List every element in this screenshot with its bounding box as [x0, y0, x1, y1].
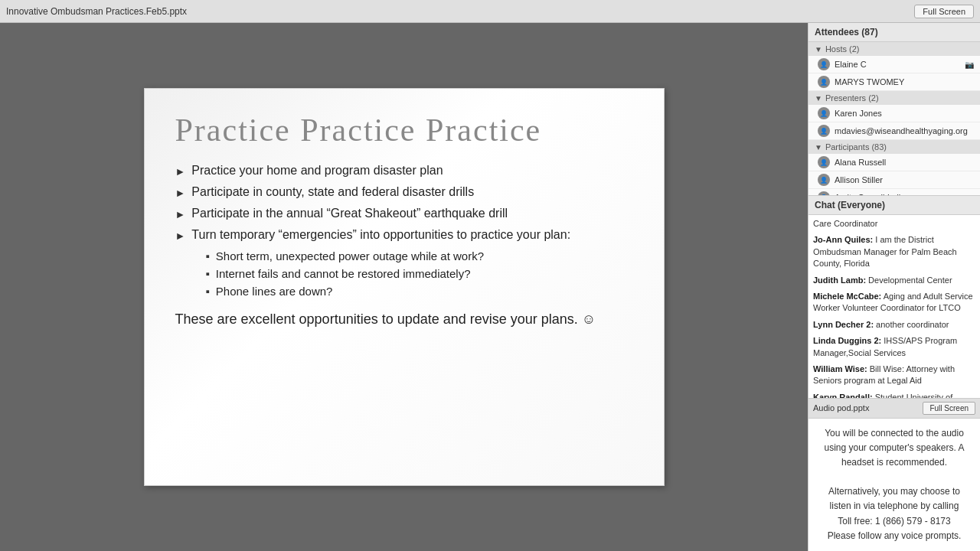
- chat-msg-0: Care Coordinator: [813, 218, 975, 230]
- presenter-mdavies: 👤 mdavies@wiseandhealthyaging.org: [808, 122, 980, 140]
- presenter-karen: 👤 Karen Jones: [808, 105, 980, 122]
- bullet-arrow-3: ►: [175, 208, 186, 220]
- presentation-area: Practice Practice Practice ► Practice yo…: [0, 23, 808, 551]
- slide-title: Practice Practice Practice: [175, 112, 633, 148]
- participants-group-header[interactable]: ▼ Participants (83): [808, 140, 980, 154]
- audio-bar-title: Audio pod.pptx: [813, 403, 869, 412]
- fullscreen-button[interactable]: Full Screen: [914, 5, 974, 18]
- main-area: Practice Practice Practice ► Practice yo…: [0, 23, 980, 551]
- presenters-group-header[interactable]: ▼ Presenters (2): [808, 91, 980, 105]
- chat-msg-3: Michele McCabe: Aging and Adult Service …: [813, 291, 975, 315]
- slide-footer: These are excellent opportunities to upd…: [175, 311, 633, 328]
- avatar-elaine: 👤: [818, 58, 830, 70]
- chat-msg-6: William Wise: Bill Wise: Attorney with S…: [813, 364, 975, 387]
- participant-allison: 👤 Allison Stiller: [808, 171, 980, 189]
- right-panel: Attendees (87) ▼ Hosts (2) 👤 Elaine C 📷 …: [808, 23, 980, 551]
- presentation-title: Innovative Ombudsman Practices.Feb5.pptx: [6, 6, 187, 17]
- avatar-amity: 👤: [818, 191, 830, 195]
- avatar-alana: 👤: [818, 156, 830, 168]
- avatar-allison: 👤: [818, 174, 830, 186]
- participant-amity: 👤 Amity Overall-Laib: [808, 189, 980, 195]
- audio-bar: Audio pod.pptx Full Screen: [808, 398, 980, 418]
- presenters-arrow-icon: ▼: [815, 94, 822, 103]
- bullet-arrow-1: ►: [175, 165, 186, 178]
- audio-fullscreen-button[interactable]: Full Screen: [923, 402, 975, 415]
- attendees-header: Attendees (87): [808, 23, 980, 42]
- attendees-list[interactable]: ▼ Hosts (2) 👤 Elaine C 📷 👤 MARYS TWOMEY …: [808, 42, 980, 195]
- host-marys: 👤 MARYS TWOMEY: [808, 73, 980, 91]
- avatar-marys: 👤: [818, 76, 830, 88]
- slide: Practice Practice Practice ► Practice yo…: [144, 88, 665, 486]
- chat-messages[interactable]: Care Coordinator Jo-Ann Quiles: I am the…: [808, 215, 980, 398]
- sub-bullet-2: ▪ Internet fails and cannot be restored …: [206, 267, 633, 280]
- chat-msg-4: Lynn Decher 2: another coordinator: [813, 319, 975, 331]
- sub-bullet-1: ▪ Short term, unexpected power outage wh…: [206, 249, 633, 262]
- chat-msg-2: Judith Lamb: Developmental Center: [813, 275, 975, 286]
- bullet-2: ► Participate in county, state and feder…: [175, 185, 633, 199]
- chat-header: Chat (Everyone): [808, 195, 980, 215]
- host-elaine: 👤 Elaine C 📷: [808, 56, 980, 73]
- bullet-1: ► Practice your home and program disaste…: [175, 164, 633, 178]
- chat-msg-7: Karyn Randall: Student University of Neb…: [813, 392, 975, 398]
- bullet-arrow-2: ►: [175, 187, 186, 199]
- top-bar: Innovative Ombudsman Practices.Feb5.pptx…: [0, 0, 980, 23]
- chat-msg-1: Jo-Ann Quiles: I am the District Ombudsm…: [813, 234, 975, 269]
- avatar-karen: 👤: [818, 107, 830, 119]
- sub-bullet-3: ▪ Phone lines are down?: [206, 285, 633, 298]
- hosts-group-header[interactable]: ▼ Hosts (2): [808, 42, 980, 56]
- participant-alana: 👤 Alana Russell: [808, 154, 980, 171]
- sub-bullet-square-2: ▪: [206, 267, 210, 280]
- bullet-arrow-4: ►: [175, 230, 186, 242]
- chat-msg-5: Linda Duggins 2: IHSS/APS Program Manage…: [813, 335, 975, 359]
- hosts-arrow-icon: ▼: [815, 45, 822, 54]
- sub-bullet-square-3: ▪: [206, 285, 210, 298]
- camera-icon: 📷: [965, 60, 974, 69]
- audio-info: You will be connected to the audio using…: [808, 418, 980, 552]
- bullet-3: ► Participate in the annual “Great Shake…: [175, 207, 633, 220]
- sub-bullet-square-1: ▪: [206, 249, 210, 262]
- participants-arrow-icon: ▼: [815, 143, 822, 152]
- bullet-4: ► Turn temporary “emergencies” into oppo…: [175, 228, 633, 242]
- attendees-label: Attendees (87): [815, 27, 878, 37]
- avatar-mdavies: 👤: [818, 125, 830, 137]
- sub-bullets: ▪ Short term, unexpected power outage wh…: [206, 249, 633, 298]
